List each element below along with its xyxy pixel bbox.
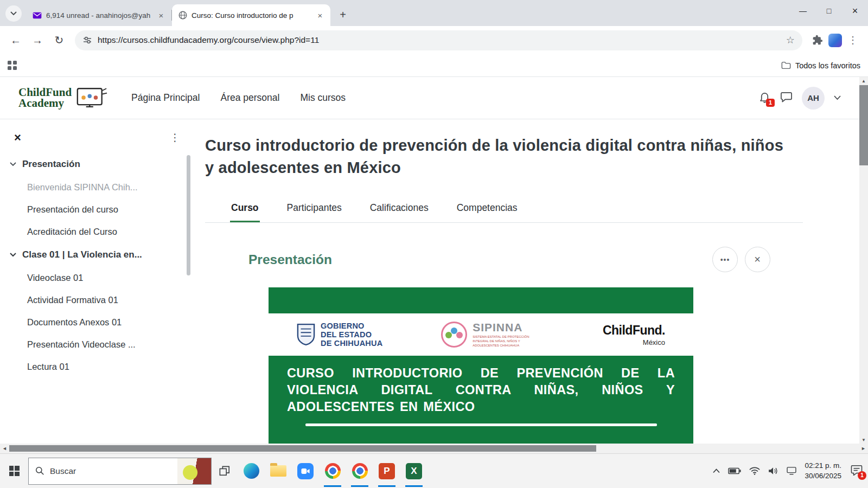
sidebar-section-clase-01[interactable]: Clase 01 | La Violencia en...	[0, 243, 193, 267]
scroll-down-arrow[interactable]: ▼	[861, 436, 866, 444]
sipinna-logo: SIPINNA SISTEMA ESTATAL DE PROTECCIÓN IN…	[441, 321, 544, 348]
chevron-down-icon	[10, 11, 17, 16]
task-view-button[interactable]	[212, 454, 238, 488]
windows-logo-icon	[9, 466, 20, 476]
folder-icon	[781, 61, 791, 69]
chevron-down-icon	[10, 162, 16, 166]
browser-tab-mail[interactable]: 6,914 unread - anahinojos@yah ×	[26, 4, 171, 26]
window-minimize-button[interactable]: —	[790, 0, 816, 22]
sidebar-section-presentacion[interactable]: Presentación	[0, 152, 193, 176]
taskbar-zoom-icon[interactable]	[292, 454, 319, 488]
battery-icon	[728, 467, 741, 474]
taskbar-explorer-icon[interactable]	[265, 454, 292, 488]
user-menu-chevron-icon[interactable]	[834, 95, 841, 100]
search-placeholder: Buscar	[50, 466, 76, 476]
tab-close-icon[interactable]: ×	[315, 10, 325, 20]
window-close-button[interactable]: ×	[842, 0, 868, 22]
search-highlight-image[interactable]	[177, 458, 211, 484]
tab-calificaciones[interactable]: Calificaciones	[369, 202, 430, 222]
horizontal-scrollbar[interactable]: ◄ ►	[0, 444, 868, 453]
tab-search-button[interactable]	[5, 5, 22, 22]
sidebar-item-documentos-anexos-01[interactable]: Documentos Anexos 01	[0, 311, 193, 333]
puzzle-icon	[812, 35, 823, 46]
tab-competencias[interactable]: Competencias	[456, 202, 519, 222]
notification-badge: 1	[766, 99, 775, 107]
action-center-badge: 1	[858, 471, 866, 480]
taskbar-chrome-icon[interactable]	[319, 454, 346, 488]
all-bookmarks-label: Todos los favoritos	[795, 61, 860, 70]
address-bar[interactable]: https://cursos.childfundacademy.org/cour…	[75, 30, 802, 50]
sidebar-item-presentacion-videoclase[interactable]: Presentación Videoclase ...	[0, 333, 193, 356]
messages-button[interactable]	[780, 91, 793, 105]
scroll-left-arrow[interactable]: ◄	[2, 446, 7, 451]
apps-grid-icon[interactable]	[8, 61, 17, 70]
section-close-button[interactable]: ×	[745, 247, 770, 272]
sidebar-section-label: Clase 01 | La Violencia en...	[22, 249, 142, 260]
user-avatar[interactable]: AH	[802, 87, 825, 110]
new-tab-button[interactable]: +	[335, 7, 351, 23]
sidebar-close-button[interactable]: ×	[14, 132, 21, 144]
course-main-content: Curso introductorio de prevención de la …	[193, 119, 859, 444]
browser-profile-avatar[interactable]	[828, 34, 842, 47]
section-more-button[interactable]: •••	[712, 247, 738, 272]
notifications-button[interactable]: 1	[758, 91, 771, 106]
start-button[interactable]	[0, 454, 28, 488]
sidebar-item-presentacion-curso[interactable]: Presentación del curso	[0, 198, 193, 221]
taskbar-clock[interactable]: 02:21 p. m. 30/06/2025	[805, 461, 841, 481]
childfund-mexico-logo: ChildFund. México	[603, 323, 665, 346]
browser-tab-course[interactable]: Curso: Curso introductorio de p ×	[172, 4, 330, 26]
tab-participantes[interactable]: Participantes	[286, 202, 343, 222]
sidebar-menu-button[interactable]: ⋮	[170, 131, 180, 144]
system-tray: 02:21 p. m. 30/06/2025 1	[713, 461, 868, 481]
bookmark-star-icon[interactable]: ☆	[786, 34, 795, 46]
nav-mis-cursos[interactable]: Mis cursos	[300, 92, 346, 104]
scroll-up-arrow[interactable]: ▲	[861, 77, 866, 85]
taskbar-excel-icon[interactable]: X	[400, 454, 427, 488]
banner-divider	[305, 423, 657, 426]
device-status[interactable]	[787, 467, 796, 475]
battery-status[interactable]	[728, 467, 741, 474]
nav-pagina-principal[interactable]: Página Principal	[131, 92, 200, 104]
tab-title: 6,914 unread - anahinojos@yah	[46, 11, 152, 20]
action-center-button[interactable]: 1	[851, 465, 863, 478]
childfund-academy-logo[interactable]: ChildFund Academy	[18, 86, 112, 110]
site-settings-icon[interactable]	[82, 35, 92, 45]
nav-area-personal[interactable]: Área personal	[220, 92, 279, 104]
taskbar-edge-icon[interactable]	[238, 454, 265, 488]
sidebar-top-bar: × ⋮	[0, 128, 193, 152]
powerpoint-icon: P	[379, 463, 395, 479]
taskbar-powerpoint-icon[interactable]: P	[373, 454, 400, 488]
vertical-scroll-thumb[interactable]	[859, 85, 868, 165]
all-bookmarks-button[interactable]: Todos los favoritos	[781, 61, 860, 70]
course-tabs: Curso Participantes Calificaciones Compe…	[205, 202, 803, 223]
back-button[interactable]: ←	[5, 30, 26, 50]
horizontal-scroll-thumb[interactable]	[9, 445, 596, 452]
tab-close-icon[interactable]: ×	[156, 10, 166, 20]
tray-expand-button[interactable]	[713, 468, 720, 473]
sidebar-scrollbar[interactable]	[187, 155, 190, 275]
taskbar-chrome2-icon[interactable]	[346, 454, 373, 488]
sidebar-item-bienvenida[interactable]: Bienvenida SIPINNA Chih...	[0, 176, 193, 198]
sidebar-item-videoclase-01[interactable]: Videoclase 01	[0, 267, 193, 289]
window-maximize-button[interactable]: □	[816, 0, 842, 22]
taskbar-search-box[interactable]: Buscar	[28, 458, 212, 485]
volume-status[interactable]	[768, 467, 778, 475]
task-view-icon	[219, 466, 230, 477]
banner-logo-strip: GOBIERNO DEL ESTADO DE CHIHUAHUA SIPINNA…	[269, 313, 693, 356]
shield-icon	[297, 323, 315, 346]
sidebar-item-acreditacion[interactable]: Acreditación del Curso	[0, 221, 193, 243]
extensions-button[interactable]	[808, 30, 827, 50]
browser-toolbar: ← → ↻ https://cursos.childfundacademy.or…	[0, 26, 868, 54]
wifi-status[interactable]	[749, 467, 760, 475]
sidebar-item-actividad-formativa-01[interactable]: Actividad Formativa 01	[0, 289, 193, 311]
reload-button[interactable]: ↻	[49, 30, 69, 50]
section-heading[interactable]: Presentación	[248, 252, 332, 267]
forward-button[interactable]: →	[27, 30, 48, 50]
logo-monitor-icon	[76, 86, 107, 110]
bookmarks-bar: Todos los favoritos	[0, 54, 868, 77]
sidebar-item-lectura-01[interactable]: Lectura 01	[0, 356, 193, 378]
vertical-scrollbar[interactable]: ▲ ▼	[859, 77, 868, 444]
browser-menu-button[interactable]: ⋮	[843, 30, 863, 50]
tab-curso[interactable]: Curso	[230, 202, 260, 222]
scroll-right-arrow[interactable]: ►	[861, 446, 866, 451]
